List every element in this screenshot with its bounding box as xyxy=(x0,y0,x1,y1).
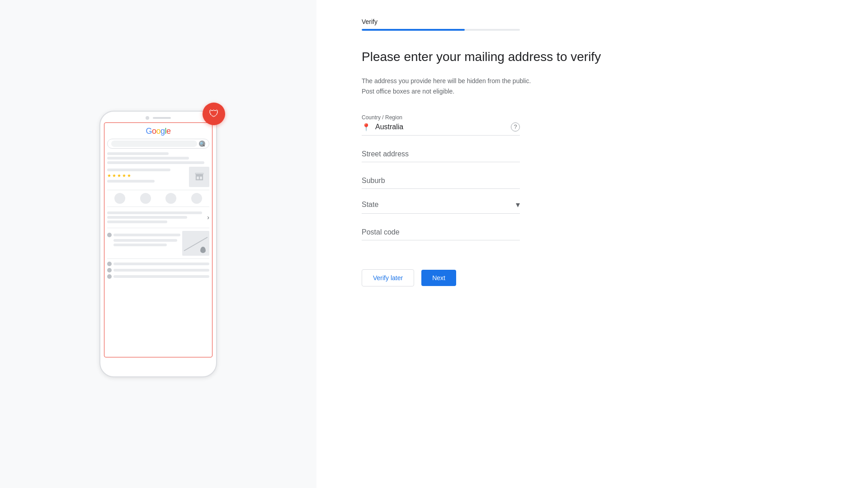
save-icon xyxy=(165,193,176,204)
clock-icon xyxy=(107,262,112,266)
skeleton-line xyxy=(113,275,209,278)
phone-camera xyxy=(146,116,149,120)
divider xyxy=(107,258,209,259)
business-card: ★ ★ ★ ★ ★ xyxy=(107,167,209,187)
progress-label: Verify xyxy=(362,18,778,25)
direction-icon xyxy=(140,193,151,204)
skeleton-line xyxy=(113,244,167,246)
phone-screen: Google 🔍 ★ ★ ★ ★ ★ xyxy=(104,122,212,357)
search-bar-input xyxy=(111,141,197,147)
help-icon[interactable]: ? xyxy=(511,122,520,131)
phone-speaker xyxy=(153,117,171,119)
form-fields: Country / Region 📍 Australia ? State ▾ xyxy=(362,114,520,251)
search-bar: 🔍 xyxy=(107,139,209,149)
skeleton-line xyxy=(107,161,204,164)
postal-code-field[interactable] xyxy=(362,225,520,240)
map-thumbnail xyxy=(182,231,209,256)
hours-row xyxy=(107,262,209,266)
web-row xyxy=(107,274,209,279)
action-icons xyxy=(107,193,209,204)
skeleton-line xyxy=(107,157,189,160)
location-row xyxy=(107,233,180,237)
country-region-row: 📍 Australia ? xyxy=(362,122,520,136)
info-section: › xyxy=(107,210,209,225)
star-icon: ★ xyxy=(127,173,131,178)
share-icon xyxy=(191,193,202,204)
skeleton-line xyxy=(107,211,202,214)
country-region-value: Australia xyxy=(375,123,511,131)
left-panel: 🛡 Google 🔍 xyxy=(0,0,316,488)
skeleton-line xyxy=(113,269,209,272)
skeleton-line xyxy=(107,169,170,171)
state-select[interactable]: State ▾ xyxy=(362,200,520,214)
skeleton-line xyxy=(107,221,167,223)
business-info: ★ ★ ★ ★ ★ xyxy=(107,167,186,187)
phone-icon xyxy=(107,268,112,272)
web-icon xyxy=(107,274,112,279)
phone-row xyxy=(107,268,209,272)
divider xyxy=(107,206,209,207)
right-panel: Verify Please enter your mailing address… xyxy=(316,0,868,488)
map-pin-icon xyxy=(200,247,206,253)
business-image xyxy=(189,167,209,187)
country-region-label: Country / Region xyxy=(362,114,520,121)
google-logo: Google xyxy=(107,127,209,136)
progress-bar-container xyxy=(362,29,520,31)
star-icon: ★ xyxy=(107,173,111,178)
location-pin-icon: 📍 xyxy=(362,123,371,131)
search-icon: 🔍 xyxy=(199,141,205,147)
map-info xyxy=(107,231,180,256)
skeleton-line xyxy=(107,216,187,219)
skeleton-line xyxy=(107,180,155,183)
skeleton-line xyxy=(113,239,177,242)
progress-bar-fill xyxy=(362,29,465,31)
postal-code-input[interactable] xyxy=(362,225,520,240)
progress-section: Verify xyxy=(362,18,778,31)
verify-later-button[interactable]: Verify later xyxy=(362,269,414,286)
dropdown-arrow-icon: ▾ xyxy=(516,200,520,210)
star-icon: ★ xyxy=(122,173,126,178)
map-section xyxy=(107,231,209,256)
phone-notch xyxy=(100,112,216,122)
form-description: The address you provide here will be hid… xyxy=(362,76,533,96)
star-icon: ★ xyxy=(117,173,121,178)
skeleton-line xyxy=(107,152,169,155)
street-address-field[interactable] xyxy=(362,146,520,162)
call-icon xyxy=(114,193,125,204)
skeleton-line xyxy=(113,234,180,236)
suburb-input[interactable] xyxy=(362,173,520,189)
store-icon xyxy=(193,171,206,183)
shield-icon: 🛡 xyxy=(209,108,219,120)
country-region-field: Country / Region 📍 Australia ? xyxy=(362,114,520,136)
divider xyxy=(107,228,209,228)
skeleton-line xyxy=(113,263,209,265)
suburb-field[interactable] xyxy=(362,173,520,189)
state-value: State xyxy=(362,201,516,209)
shield-badge: 🛡 xyxy=(203,103,225,125)
street-address-input[interactable] xyxy=(362,146,520,162)
divider xyxy=(107,190,209,190)
action-buttons: Verify later Next xyxy=(362,269,778,286)
star-icon: ★ xyxy=(112,173,116,178)
next-button[interactable]: Next xyxy=(421,270,456,286)
stars-row: ★ ★ ★ ★ ★ xyxy=(107,173,186,178)
form-title: Please enter your mailing address to ver… xyxy=(362,49,778,65)
location-icon xyxy=(107,233,112,237)
chevron-right-icon: › xyxy=(207,214,209,221)
phone-mockup: 🛡 Google 🔍 xyxy=(99,111,217,377)
state-field[interactable]: State ▾ xyxy=(362,200,520,214)
